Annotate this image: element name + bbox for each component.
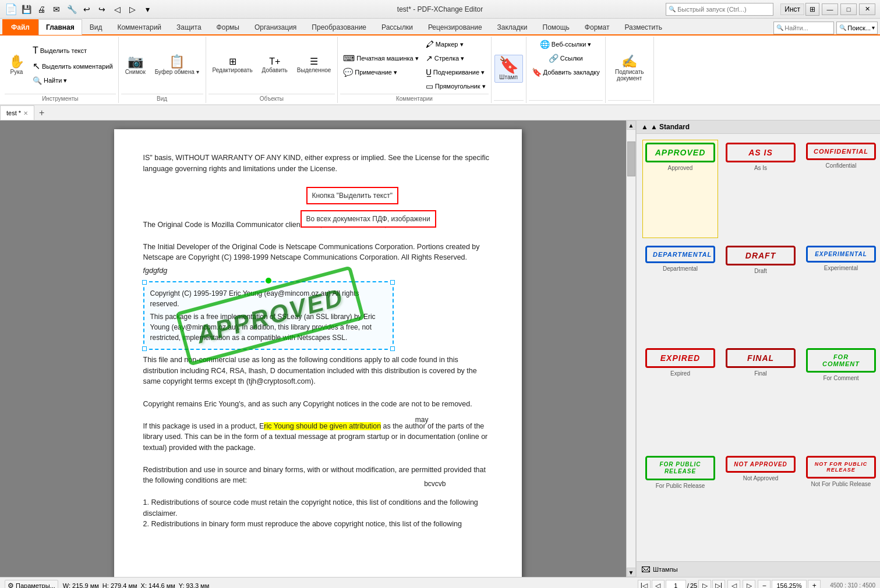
text-selection-area[interactable]: Copyright (C) 1995-1997 Eric Young (eay@… — [143, 281, 394, 350]
find-input[interactable] — [784, 24, 831, 31]
handle-tl[interactable] — [142, 280, 147, 285]
tab-comment[interactable]: Комментарий — [109, 19, 169, 35]
selected-objects-btn[interactable]: ☰ Выделенное — [293, 55, 335, 76]
stamp-for-public-preview: FOR PUBLIC RELEASE — [645, 456, 715, 480]
scroll-left-btn[interactable]: ◁ — [727, 580, 740, 589]
doc-tab-test[interactable]: test * ✕ — [0, 105, 34, 120]
quick-search-input[interactable] — [677, 6, 771, 13]
web-links-icon: 🌐 — [540, 40, 550, 49]
display-mode-btn[interactable]: Инст — [780, 3, 804, 15]
ribbon-collapse-btn[interactable]: ⊞ — [805, 3, 819, 16]
hand-tool-btn[interactable]: ✋ Рука — [5, 53, 29, 77]
dropdown-quick-btn[interactable]: ▾ — [141, 3, 154, 16]
last-page-btn[interactable]: ▷| — [712, 580, 725, 589]
scroll-thumb[interactable] — [627, 141, 635, 176]
select-text-btn[interactable]: T Выделить текст — [30, 44, 116, 58]
stamp-not-approved-preview: NOT APPROVED — [726, 456, 796, 473]
stamp-not-for-public-item[interactable]: NOT FOR PUBLIC RELEASE Not For Public Re… — [803, 453, 879, 556]
save-quick-btn[interactable]: 💾 — [20, 3, 33, 16]
tab-file[interactable]: Файл — [2, 19, 38, 35]
doc-tab-close[interactable]: ✕ — [23, 110, 28, 116]
tab-arrange[interactable]: Разместить — [617, 19, 670, 35]
selected-objects-icon: ☰ — [310, 57, 318, 66]
tab-organize[interactable]: Организация — [247, 19, 304, 35]
maximize-btn[interactable]: □ — [840, 3, 857, 15]
back-quick-btn[interactable]: ◁ — [111, 3, 123, 16]
tools-quick-btn[interactable]: 🔧 — [65, 3, 78, 16]
stamp-btn[interactable]: 🔖 Штамп — [494, 55, 523, 83]
zoom-in-btn[interactable]: + — [808, 580, 821, 589]
stamp-expired-item[interactable]: EXPIRED Expired — [642, 345, 718, 448]
web-links-btn[interactable]: 🌐 Веб-ссылки ▾ — [537, 38, 595, 51]
clipboard-btn[interactable]: 📋 Буфер обмена ▾ — [151, 53, 203, 77]
tab-review[interactable]: Рецензирование — [420, 19, 490, 35]
scroll-right-btn[interactable]: ▷ — [743, 580, 755, 589]
tab-view[interactable]: Вид — [82, 19, 110, 35]
undo-quick-btn[interactable]: ↩ — [80, 3, 93, 16]
handle-tr[interactable] — [390, 280, 395, 285]
zoom-level-input[interactable] — [772, 580, 807, 589]
prev-page-btn[interactable]: ◁ — [652, 580, 665, 589]
scroll-up-btn[interactable]: ▲ — [627, 121, 636, 130]
print-quick-btn[interactable]: 🖨 — [35, 3, 48, 16]
marker-btn[interactable]: 🖍 Маркер ▾ — [423, 38, 489, 51]
add-bookmark-btn[interactable]: 🔖 Добавить закладку — [529, 66, 603, 79]
email-quick-btn[interactable]: ✉ — [50, 3, 63, 16]
stamp-draft-label: Draft — [754, 268, 767, 274]
rect-btn[interactable]: ▭ Прямоугольник ▾ — [423, 80, 489, 93]
stamp-as-is-item[interactable]: AS IS As Is — [723, 140, 798, 238]
tab-format[interactable]: Формат — [577, 19, 617, 35]
tab-help[interactable]: Помощь — [535, 19, 577, 35]
handle-bl[interactable] — [142, 346, 147, 351]
close-btn[interactable]: ✕ — [859, 3, 875, 15]
page-number-input[interactable] — [666, 580, 686, 589]
stamp-for-public-label: For Public Release — [656, 483, 705, 489]
search2-dropdown[interactable]: ▾ — [872, 24, 875, 31]
stamp-approved-item[interactable]: APPROVED Approved — [642, 140, 718, 238]
stamp-departmental-item[interactable]: DEPARTMENTAL Departmental — [642, 243, 718, 341]
next-page-btn[interactable]: ▷ — [698, 580, 711, 589]
snapshot-btn[interactable]: 📷 Снимок — [121, 53, 150, 77]
edit-objects-btn[interactable]: ⊞ Редактировать — [208, 55, 257, 76]
fwd-quick-btn[interactable]: ▷ — [126, 3, 139, 16]
tab-convert[interactable]: Преобразование — [304, 19, 374, 35]
tab-mailing[interactable]: Рассылки — [374, 19, 420, 35]
stamp-for-public-item[interactable]: FOR PUBLIC RELEASE For Public Release — [642, 453, 718, 556]
select-comment-btn[interactable]: ↖ Выделить комментарий — [30, 59, 116, 73]
first-page-btn[interactable]: |◁ — [638, 580, 651, 589]
app-icon[interactable]: 📄 — [5, 3, 17, 16]
new-tab-btn[interactable]: + — [34, 107, 49, 119]
stamps-footer-icon: 🖂 — [641, 564, 651, 575]
zoom-out-btn[interactable]: − — [758, 580, 771, 589]
vertical-scrollbar[interactable]: ▲ ▼ — [626, 121, 635, 577]
scroll-down-btn[interactable]: ▼ — [627, 568, 636, 577]
tab-home[interactable]: Главная — [38, 19, 82, 35]
redo-quick-btn[interactable]: ↪ — [96, 3, 108, 16]
stamp-experimental-item[interactable]: EXPERIMENTAL Experimental — [803, 243, 879, 341]
note-btn[interactable]: 💬 Примечание ▾ — [340, 66, 421, 79]
tab-forms[interactable]: Формы — [209, 19, 247, 35]
handle-br[interactable] — [390, 346, 395, 351]
pdf-scroll-area[interactable]: IS" basis, WITHOUT WARRANTY OF ANY KIND,… — [0, 121, 635, 577]
find-btn-icon: 🔍 — [33, 76, 42, 85]
arrow-btn[interactable]: ↗ Стрелка ▾ — [423, 52, 489, 65]
stamp-for-comment-item[interactable]: FOR COMMENT For Comment — [803, 345, 879, 448]
links-icon: 🔗 — [549, 54, 559, 63]
stamp-not-approved-item[interactable]: NOT APPROVED Not Approved — [723, 453, 798, 556]
add-objects-btn[interactable]: T+ Добавить — [258, 55, 292, 76]
params-btn[interactable]: ⚙ Параметры... — [5, 580, 58, 589]
tab-bookmarks[interactable]: Закладки — [490, 19, 535, 35]
selection-handle-top[interactable] — [266, 278, 271, 284]
tab-protect[interactable]: Защита — [169, 19, 209, 35]
sign-btn[interactable]: ✍ Подписать документ — [608, 53, 651, 84]
stamp-confidential-item[interactable]: CONFIDENTIAL Confidential — [803, 140, 879, 238]
stamp-final-item[interactable]: FINAL Final — [723, 345, 798, 448]
minimize-btn[interactable]: — — [822, 3, 838, 15]
stamp-draft-item[interactable]: DRAFT Draft — [723, 243, 798, 341]
find-btn[interactable]: 🔍 Найти ▾ — [30, 75, 116, 87]
panel-collapse-icon[interactable]: ▲ — [641, 123, 648, 131]
links-btn[interactable]: 🔗 Ссылки — [546, 52, 586, 65]
page-total: 25 — [690, 582, 697, 589]
underline-btn[interactable]: U̲ Подчеркивание ▾ — [423, 66, 489, 79]
typewriter-btn[interactable]: ⌨ Печатная машинка ▾ — [340, 52, 421, 65]
